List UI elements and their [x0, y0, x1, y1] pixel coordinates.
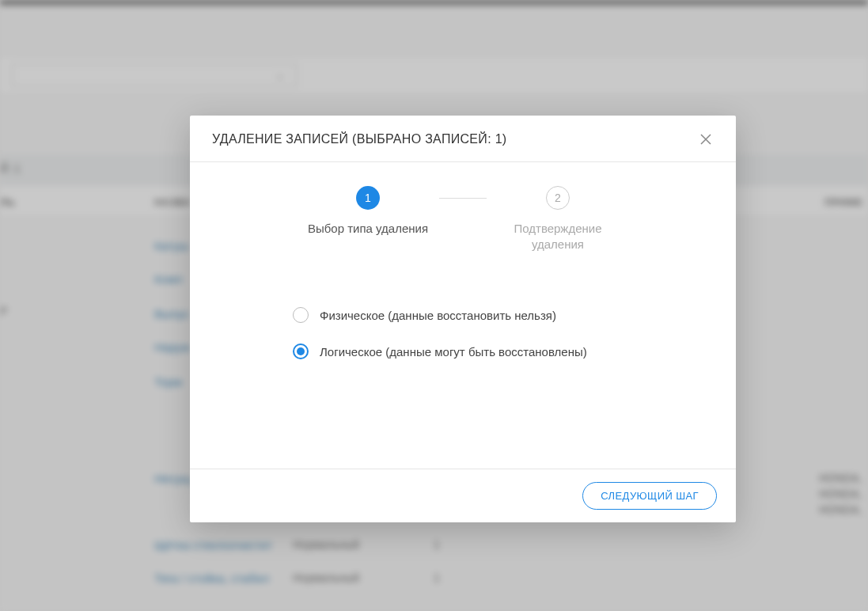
radio-input[interactable] [293, 307, 309, 323]
radio-label-logical: Логическое (данные могут быть восстановл… [320, 345, 587, 359]
modal-body: 1 Выбор типа удаления 2 Подтверждение уд… [190, 162, 736, 469]
step-2-number: 2 [546, 186, 570, 210]
modal-title: УДАЛЕНИЕ ЗАПИСЕЙ (ВЫБРАНО ЗАПИСЕЙ: 1) [212, 132, 506, 146]
radio-physical-delete[interactable]: Физическое (данные восстановить нельзя) [293, 307, 704, 323]
close-button[interactable] [698, 131, 714, 147]
delete-records-modal: УДАЛЕНИЕ ЗАПИСЕЙ (ВЫБРАНО ЗАПИСЕЙ: 1) 1 … [190, 116, 736, 522]
wizard-stepper: 1 Выбор типа удаления 2 Подтверждение уд… [222, 186, 704, 252]
step-connector [439, 198, 487, 199]
radio-label-physical: Физическое (данные восстановить нельзя) [320, 309, 556, 322]
modal-header: УДАЛЕНИЕ ЗАПИСЕЙ (ВЫБРАНО ЗАПИСЕЙ: 1) [190, 116, 736, 162]
step-1: 1 Выбор типа удаления [297, 186, 439, 237]
delete-type-options: Физическое (данные восстановить нельзя) … [222, 307, 704, 359]
close-icon [699, 133, 712, 146]
radio-input[interactable] [293, 343, 309, 359]
radio-logical-delete[interactable]: Логическое (данные могут быть восстановл… [293, 343, 704, 359]
step-2-label: Подтверждение удаления [487, 221, 629, 252]
step-1-number: 1 [356, 186, 380, 210]
modal-footer: СЛЕДУЮЩИЙ ШАГ [190, 469, 736, 522]
next-step-button[interactable]: СЛЕДУЮЩИЙ ШАГ [582, 482, 717, 510]
step-2: 2 Подтверждение удаления [487, 186, 629, 252]
step-1-label: Выбор типа удаления [308, 221, 428, 237]
